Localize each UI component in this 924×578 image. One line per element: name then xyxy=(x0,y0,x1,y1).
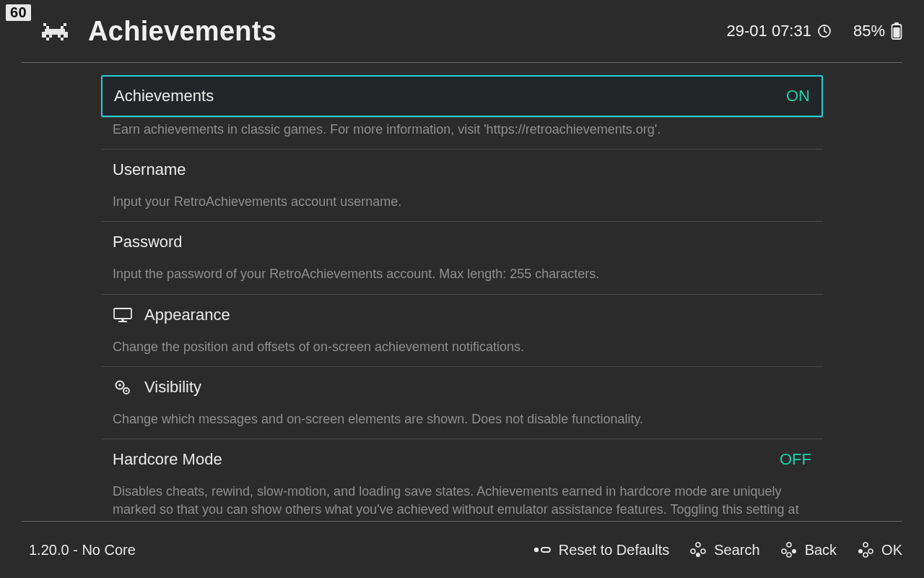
version-text: 1.20.0 - No Core xyxy=(29,542,533,558)
gears-icon xyxy=(113,379,144,396)
svg-point-25 xyxy=(696,543,700,547)
setting-username[interactable]: Username Input your RetroAchievements ac… xyxy=(101,150,823,222)
setting-visibility[interactable]: Visibility Change which messages and on-… xyxy=(101,367,823,439)
setting-password[interactable]: Password Input the password of your Retr… xyxy=(101,222,823,294)
setting-label: Visibility xyxy=(144,378,811,397)
svg-rect-1 xyxy=(64,23,66,26)
svg-point-29 xyxy=(787,543,791,547)
svg-rect-8 xyxy=(49,35,52,38)
svg-point-32 xyxy=(787,553,791,557)
setting-achievements[interactable]: Achievements ON xyxy=(101,75,823,118)
back-button[interactable]: Back xyxy=(780,541,837,558)
svg-point-36 xyxy=(863,553,868,557)
svg-point-34 xyxy=(858,549,863,553)
svg-rect-2 xyxy=(46,26,49,29)
setting-description: Change which messages and on-screen elem… xyxy=(101,407,823,439)
app-icon xyxy=(38,18,72,44)
action-label: Search xyxy=(714,542,759,558)
svg-rect-11 xyxy=(61,38,64,40)
dpad-icon xyxy=(689,541,707,558)
svg-point-33 xyxy=(863,543,868,547)
reset-defaults-button[interactable]: Reset to Defaults xyxy=(533,542,669,558)
setting-label: Hardcore Mode xyxy=(113,450,780,469)
svg-rect-17 xyxy=(118,321,127,322)
footer-bar: 1.20.0 - No Core Reset to Defaults Searc… xyxy=(0,522,924,578)
svg-rect-18 xyxy=(122,319,124,321)
setting-description: Disables cheats, rewind, slow-motion, an… xyxy=(101,480,823,522)
action-label: Reset to Defaults xyxy=(559,542,669,558)
svg-rect-15 xyxy=(894,27,900,38)
svg-point-28 xyxy=(696,553,700,557)
svg-point-23 xyxy=(534,548,539,552)
setting-description: Input the password of your RetroAchievem… xyxy=(101,262,823,293)
svg-rect-5 xyxy=(42,32,68,35)
svg-rect-0 xyxy=(43,23,46,26)
datetime-text: 29-01 07:31 xyxy=(727,22,811,40)
svg-rect-16 xyxy=(114,309,131,319)
setting-description: Input your RetroAchievements account use… xyxy=(101,190,823,221)
setting-label: Appearance xyxy=(144,306,811,324)
dpad-icon xyxy=(857,541,874,558)
setting-value: ON xyxy=(786,87,810,105)
switch-icon xyxy=(533,545,552,555)
svg-point-30 xyxy=(782,549,786,553)
svg-rect-6 xyxy=(42,35,46,38)
action-label: Back xyxy=(805,542,837,558)
header-bar: Achievements 29-01 07:31 85% xyxy=(0,0,924,62)
svg-point-35 xyxy=(868,549,873,553)
setting-achievements-desc-row: Earn achievements in classic games. For … xyxy=(101,118,823,150)
setting-label: Achievements xyxy=(114,87,786,105)
settings-list: Achievements ON Earn achievements in cla… xyxy=(101,75,823,522)
search-button[interactable]: Search xyxy=(689,541,759,558)
svg-point-26 xyxy=(691,549,695,553)
monitor-icon xyxy=(113,306,144,324)
svg-rect-24 xyxy=(541,548,550,552)
setting-description: Earn achievements in classic games. For … xyxy=(101,118,823,149)
dpad-icon xyxy=(780,541,798,558)
setting-hardcore-mode[interactable]: Hardcore Mode OFF Disables cheats, rewin… xyxy=(101,439,823,522)
svg-point-31 xyxy=(792,549,796,553)
status-bar: 29-01 07:31 85% xyxy=(727,22,902,40)
battery-icon xyxy=(891,22,902,40)
setting-appearance[interactable]: Appearance Change the position and offse… xyxy=(101,295,823,367)
battery-text: 85% xyxy=(853,22,885,40)
svg-rect-10 xyxy=(46,38,49,40)
svg-rect-3 xyxy=(61,26,64,29)
setting-label: Username xyxy=(113,160,811,179)
svg-point-20 xyxy=(118,384,121,387)
setting-value: OFF xyxy=(780,450,811,469)
svg-rect-4 xyxy=(45,29,65,32)
settings-scroll-area[interactable]: Achievements ON Earn achievements in cla… xyxy=(0,62,924,522)
svg-point-27 xyxy=(701,549,705,553)
setting-description: Change the position and offsets of on-sc… xyxy=(101,335,823,366)
setting-label: Password xyxy=(113,233,811,251)
page-title: Achievements xyxy=(88,16,727,47)
svg-rect-7 xyxy=(64,35,68,38)
svg-point-22 xyxy=(126,389,128,392)
ok-button[interactable]: OK xyxy=(857,541,902,558)
svg-rect-9 xyxy=(58,35,61,38)
clock-icon xyxy=(817,24,832,38)
action-label: OK xyxy=(881,542,902,558)
